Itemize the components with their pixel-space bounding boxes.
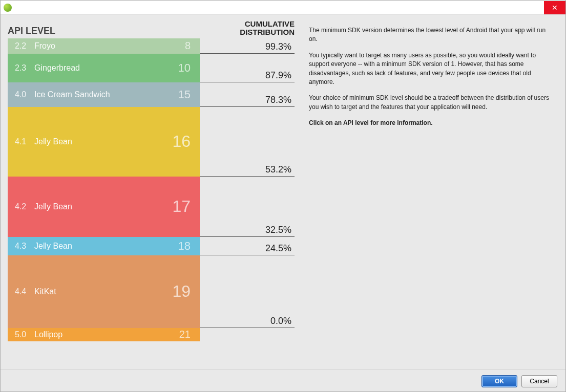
app-icon [4,4,12,12]
api-name: Jelly Bean [34,242,165,251]
api-bar[interactable]: 5.0Lollipop21 [8,328,200,341]
api-bar[interactable]: 4.0Ice Cream Sandwich15 [8,82,200,107]
api-bar[interactable]: 2.2Froyo8 [8,38,200,54]
api-bar[interactable]: 4.2Jelly Bean17 [8,177,200,237]
api-version: 4.4 [15,287,34,296]
api-row: 5.0Lollipop21 [8,328,295,341]
titlebar: ✕ [1,1,565,15]
api-version: 4.3 [15,242,34,251]
api-number: 18 [165,239,191,253]
content-area: API LEVEL CUMULATIVEDISTRIBUTION 2.2Froy… [1,15,565,369]
api-name: Gingerbread [34,63,165,73]
api-row: 4.0Ice Cream Sandwich1578.3% [8,82,295,107]
api-version: 5.0 [15,330,34,339]
api-number: 10 [165,61,191,75]
chart-headers: API LEVEL CUMULATIVEDISTRIBUTION [8,20,295,36]
cumulative-value: 87.9% [200,54,295,82]
cumulative-value: 53.2% [200,107,295,177]
chart-pane: API LEVEL CUMULATIVEDISTRIBUTION 2.2Froy… [8,20,295,369]
api-bar[interactable]: 4.4KitKat19 [8,255,200,328]
api-row: 4.1Jelly Bean1653.2% [8,107,295,177]
api-row: 4.2Jelly Bean1732.5% [8,177,295,237]
api-number: 8 [165,40,191,52]
api-bar[interactable]: 2.3Gingerbread10 [8,54,200,82]
api-version: 2.3 [15,63,34,73]
ok-button[interactable]: OK [481,375,517,387]
api-name: Jelly Bean [34,137,165,146]
info-text-click: Click on an API level for more informati… [309,119,553,127]
chart-rows: 2.2Froyo899.3%2.3Gingerbread1087.9%4.0Ic… [8,38,295,369]
api-row: 2.2Froyo899.3% [8,38,295,54]
api-version: 4.0 [15,90,34,99]
api-version: 2.2 [15,41,34,51]
info-text-3: Your choice of minimum SDK level should … [309,94,553,112]
api-bar[interactable]: 4.3Jelly Bean18 [8,237,200,255]
cumulative-value: 99.3% [200,38,295,54]
cumulative-value [200,328,295,341]
cumulative-value: 24.5% [200,237,295,255]
cumulative-value: 32.5% [200,177,295,237]
api-name: Ice Cream Sandwich [34,90,165,99]
api-version: 4.1 [15,137,34,146]
api-number: 15 [165,88,191,101]
api-row: 4.4KitKat190.0% [8,255,295,328]
cancel-button[interactable]: Cancel [521,375,557,387]
info-pane: The minimum SDK version determines the l… [295,20,558,369]
footer: OK Cancel [1,369,565,392]
api-name: Lollipop [34,330,165,339]
api-number: 21 [165,329,191,340]
header-cumulative: CUMULATIVEDISTRIBUTION [207,20,295,36]
header-api-level: API LEVEL [8,26,207,36]
api-version: 4.2 [15,202,34,211]
api-number: 19 [165,282,191,301]
api-name: Jelly Bean [34,202,165,211]
info-text-2: You typically want to target as many use… [309,51,553,87]
api-number: 16 [165,132,191,151]
api-name: KitKat [34,287,165,296]
cumulative-value: 0.0% [200,255,295,328]
api-row: 2.3Gingerbread1087.9% [8,54,295,82]
api-name: Froyo [34,41,165,51]
api-bar[interactable]: 4.1Jelly Bean16 [8,107,200,177]
info-text-1: The minimum SDK version determines the l… [309,26,553,44]
api-number: 17 [165,197,191,216]
close-icon: ✕ [552,4,558,12]
api-row: 4.3Jelly Bean1824.5% [8,237,295,255]
cumulative-value: 78.3% [200,82,295,107]
close-button[interactable]: ✕ [544,1,565,14]
